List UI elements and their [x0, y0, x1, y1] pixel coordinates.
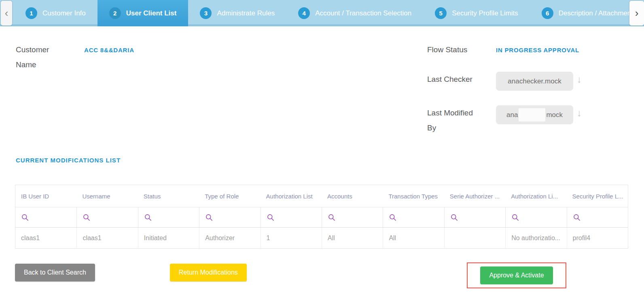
column-header: Serie Authorizer ... — [444, 185, 505, 207]
table-header-row: IB User ID Username Status Type of Role … — [15, 185, 628, 207]
tab-customer-info[interactable]: 1 Customer Info — [14, 0, 97, 26]
tab-number-badge: 1 — [25, 7, 37, 19]
last-modified-by-arrow-down-icon[interactable]: ↓ — [577, 107, 582, 119]
column-header: Accounts — [322, 185, 383, 207]
search-icon — [144, 213, 152, 222]
search-icon — [389, 213, 397, 222]
cell-ib-user-id: claas1 — [15, 228, 76, 248]
tab-number-badge: 2 — [109, 7, 121, 19]
last-checker-dropdown[interactable]: anachecker.mock — [496, 72, 573, 91]
modifications-table: IB User ID Username Status Type of Role … — [15, 185, 628, 249]
customer-name-label: Customer Name — [16, 42, 62, 72]
customer-name-value: ACC 8&&DARIA — [84, 47, 134, 53]
cell-accounts: All — [322, 228, 383, 248]
filter-input-serie-authorizer[interactable] — [444, 207, 505, 227]
tab-label: Security Profile Limits — [452, 9, 518, 17]
cell-security-profile: profil4 — [567, 228, 628, 248]
page: 1 Customer Info 2 User Client List 3 Adm… — [0, 0, 644, 292]
search-icon — [573, 213, 581, 222]
filter-input-type-of-role[interactable] — [199, 207, 260, 227]
search-icon — [83, 213, 91, 222]
filter-input-authorization-li[interactable] — [505, 207, 566, 227]
last-checker-arrow-down-icon[interactable]: ↓ — [577, 74, 582, 85]
table-filter-row — [15, 207, 628, 227]
chevron-right-icon: › — [635, 7, 639, 19]
last-modified-by-label: Last Modified By — [427, 105, 478, 135]
column-header: Transaction Types — [383, 185, 444, 207]
search-icon — [205, 213, 213, 222]
cell-type-of-role: Authorizer — [199, 228, 260, 248]
tabs-scroll-left-button[interactable]: ‹ — [1, 1, 12, 26]
search-icon — [328, 213, 336, 222]
tabs-scroll-right-button[interactable]: › — [629, 1, 644, 26]
tab-administrate-rules[interactable]: 3 Administrate Rules — [188, 0, 286, 26]
column-header: Authorization List — [261, 185, 322, 207]
filter-input-security-profile[interactable] — [567, 207, 628, 227]
cell-authorization-list: 1 — [261, 228, 322, 248]
filter-input-transaction-types[interactable] — [383, 207, 444, 227]
wizard-tab-bar: 1 Customer Info 2 User Client List 3 Adm… — [0, 0, 644, 26]
last-modified-by-value-start: ana — [506, 111, 518, 119]
filter-input-authorization-list[interactable] — [261, 207, 322, 227]
tab-label: Customer Info — [42, 9, 86, 17]
tab-strip: 1 Customer Info 2 User Client List 3 Adm… — [14, 0, 644, 26]
cell-status: Initiated — [138, 228, 199, 248]
tab-label: Account / Transaction Selection — [315, 9, 411, 17]
column-header: Username — [76, 185, 138, 207]
approve-highlight-annotation: Approve & Activate — [467, 262, 566, 288]
tab-security-profile-limits[interactable]: 5 Security Profile Limits — [423, 0, 530, 26]
tab-number-badge: 3 — [200, 7, 212, 19]
return-modifications-button[interactable]: Return Modifications — [170, 264, 247, 281]
last-modified-by-value-end: mock — [546, 111, 563, 119]
chevron-left-icon: ‹ — [5, 7, 8, 19]
filter-input-accounts[interactable] — [322, 207, 383, 227]
column-header: Authorization Li... — [505, 185, 566, 207]
back-to-client-search-button[interactable]: Back to Client Search — [15, 264, 95, 281]
current-modifications-list-title: CURRENT MODIFICATIONS LIST — [16, 157, 121, 164]
column-header: IB User ID — [15, 185, 76, 207]
filter-input-username[interactable] — [76, 207, 138, 227]
last-modified-by-dropdown[interactable]: ana mock — [496, 105, 573, 124]
table-row[interactable]: claas1 claas1 Initiated Authorizer 1 All… — [15, 227, 628, 248]
last-checker-value: anachecker.mock — [508, 77, 561, 85]
search-icon — [511, 213, 519, 222]
filter-input-status[interactable] — [138, 207, 199, 227]
last-checker-label: Last Checker — [427, 72, 472, 87]
column-header: Type of Role — [199, 185, 260, 207]
tab-number-badge: 5 — [435, 7, 447, 19]
cell-username: claas1 — [76, 228, 138, 248]
cell-authorization-li: No authorizatio... — [505, 228, 566, 248]
tab-label: Description / Attachments — [559, 9, 637, 17]
column-header: Security Profile L... — [567, 185, 628, 207]
search-icon — [267, 213, 275, 222]
tab-account-transaction-selection[interactable]: 4 Account / Transaction Selection — [286, 0, 423, 26]
tab-label: User Client List — [126, 9, 177, 17]
cell-serie-authorizer — [444, 228, 505, 248]
tab-number-badge: 4 — [298, 7, 310, 19]
flow-status-value: IN PROGRESS APPROVAL — [496, 47, 579, 53]
search-icon — [450, 213, 458, 222]
cell-transaction-types: All — [383, 228, 444, 248]
tab-number-badge: 6 — [542, 7, 553, 19]
filter-input-ib-user-id[interactable] — [15, 207, 76, 227]
flow-status-label: Flow Status — [427, 42, 467, 57]
redacted-blank — [519, 108, 545, 121]
search-icon — [21, 213, 29, 222]
column-header: Status — [138, 185, 199, 207]
approve-and-activate-button[interactable]: Approve & Activate — [480, 266, 553, 284]
tab-description-attachments[interactable]: 6 Description / Attachments — [530, 0, 644, 26]
tab-user-client-list[interactable]: 2 User Client List — [97, 0, 189, 26]
tab-label: Administrate Rules — [217, 9, 275, 17]
